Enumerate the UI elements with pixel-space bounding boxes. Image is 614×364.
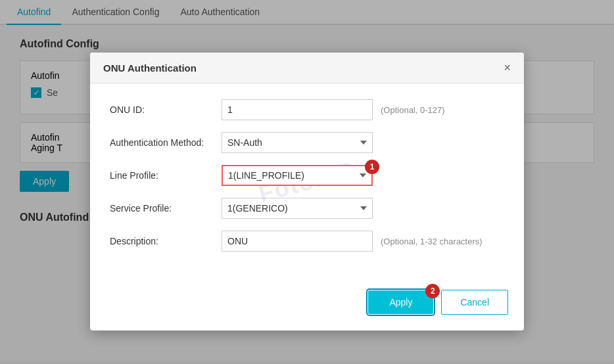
apply-button-wrapper: Apply 2	[368, 290, 433, 314]
line-profile-badge: 1	[365, 160, 379, 174]
modal-dialog: FotoISP ONU Authentication × ONU ID: (Op…	[90, 53, 524, 330]
modal-apply-button[interactable]: Apply	[368, 290, 433, 314]
modal-title: ONU Authentication	[103, 62, 197, 74]
form-row-auth-method: Authentication Method: SN-Auth Password-…	[110, 132, 504, 153]
apply-badge: 2	[425, 284, 440, 298]
line-profile-label: Line Profile:	[110, 170, 222, 181]
modal-overlay: FotoISP ONU Authentication × ONU ID: (Op…	[0, 0, 614, 364]
auth-method-select[interactable]: SN-Auth Password-Auth SN+Password	[222, 132, 373, 153]
form-row-line-profile: Line Profile: 1(LINE_PROFILE) 2(PROFILE2…	[110, 165, 504, 186]
modal-footer: Apply 2 Cancel	[90, 279, 524, 330]
service-profile-label: Service Profile:	[110, 203, 222, 214]
line-profile-select[interactable]: 1(LINE_PROFILE) 2(PROFILE2)	[222, 165, 373, 186]
line-profile-wrapper: 1(LINE_PROFILE) 2(PROFILE2) 1	[222, 165, 373, 186]
description-label: Description:	[110, 236, 222, 246]
modal-close-button[interactable]: ×	[504, 62, 511, 74]
modal-body: ONU ID: (Optional, 0-127) Authentication…	[90, 83, 524, 279]
onu-id-hint: (Optional, 0-127)	[381, 105, 445, 115]
auth-method-label: Authentication Method:	[110, 137, 222, 148]
description-hint: (Optional, 1-32 characters)	[381, 237, 483, 246]
modal-cancel-button[interactable]: Cancel	[441, 290, 508, 315]
form-row-service-profile: Service Profile: 1(GENERICO) 2(SERVICE2)	[110, 198, 504, 219]
service-profile-select[interactable]: 1(GENERICO) 2(SERVICE2)	[222, 198, 373, 219]
form-row-description: Description: (Optional, 1-32 characters)	[110, 231, 504, 252]
onu-id-label: ONU ID:	[110, 104, 222, 115]
form-row-onu-id: ONU ID: (Optional, 0-127)	[110, 99, 504, 120]
description-input[interactable]	[222, 231, 373, 252]
onu-id-input[interactable]	[222, 99, 373, 120]
modal-header: ONU Authentication ×	[90, 53, 524, 83]
